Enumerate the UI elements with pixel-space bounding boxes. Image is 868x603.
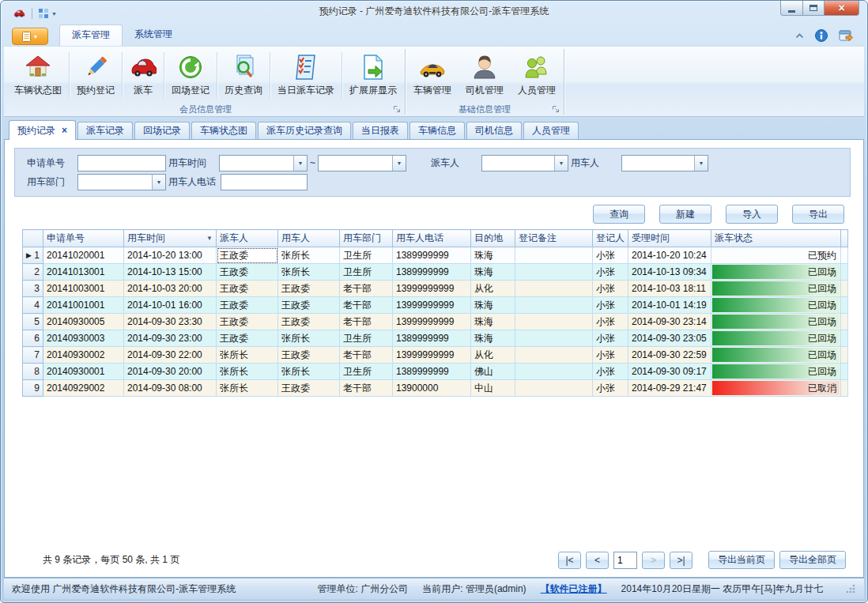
doc-tab-reservation-records[interactable]: 预约记录×: [9, 120, 76, 140]
cell[interactable]: 小张: [593, 297, 628, 314]
dropdown-arrow-icon[interactable]: ▼: [694, 156, 708, 171]
cell[interactable]: 珠海: [471, 297, 515, 314]
cell[interactable]: 张所长: [217, 347, 278, 364]
cell[interactable]: 老干部: [340, 281, 393, 297]
ribbon-button-history-query[interactable]: 历史查询: [217, 52, 270, 99]
cell[interactable]: 从化: [471, 347, 515, 364]
application-menu-button[interactable]: ▼: [12, 28, 48, 45]
cell[interactable]: 2014-09-30 23:30: [124, 314, 217, 330]
cell[interactable]: [515, 297, 593, 314]
cell[interactable]: 张所长: [278, 264, 340, 281]
cell[interactable]: [515, 380, 593, 397]
close-tab-icon[interactable]: ×: [62, 125, 67, 136]
doc-tab-vehicle-info[interactable]: 车辆信息: [409, 122, 465, 139]
column-header-用车部门[interactable]: 用车部门: [340, 230, 393, 247]
cell[interactable]: 张所长: [278, 364, 340, 380]
cell[interactable]: 老干部: [340, 347, 393, 364]
row-selector-cell[interactable]: 3: [23, 281, 43, 297]
doc-tab-personnel-management[interactable]: 人员管理: [523, 122, 579, 139]
cell[interactable]: 2014-09-30 23:05: [628, 330, 711, 347]
dropdown-arrow-icon[interactable]: ▼: [293, 156, 307, 171]
cell[interactable]: 20140930003: [43, 330, 124, 347]
dialog-launcher-icon[interactable]: [552, 105, 560, 114]
cell[interactable]: 卫生所: [340, 364, 393, 380]
cell[interactable]: [515, 347, 593, 364]
cell[interactable]: 小张: [593, 380, 628, 397]
cell[interactable]: 13900000: [393, 380, 471, 397]
row-selector-cell[interactable]: ▶1: [23, 247, 43, 264]
pager-prev-button[interactable]: <: [586, 552, 609, 569]
pager-next-button[interactable]: >: [642, 552, 665, 569]
doc-tab-dispatch-history-query[interactable]: 派车历史记录查询: [258, 122, 351, 139]
cell[interactable]: [515, 330, 593, 347]
cell[interactable]: 2014-10-01 14:19: [628, 297, 711, 314]
cell[interactable]: 王政委: [217, 330, 278, 347]
cell[interactable]: 2014-10-13 15:00: [124, 264, 217, 281]
ribbon-button-extended-screen[interactable]: 扩展屏显示: [342, 52, 404, 99]
doc-tab-dispatch-records[interactable]: 派车记录: [77, 122, 133, 139]
export-current-page-button[interactable]: 导出当前页: [708, 551, 775, 569]
column-header-用车人电话[interactable]: 用车人电话: [393, 230, 471, 247]
cell[interactable]: 2014-09-30 20:00: [124, 364, 217, 380]
cell[interactable]: [515, 364, 593, 380]
cell[interactable]: [515, 281, 593, 297]
cell[interactable]: 20141001001: [43, 297, 124, 314]
cell[interactable]: 老干部: [340, 314, 393, 330]
cell[interactable]: 小张: [593, 264, 628, 281]
cell[interactable]: 1389999999: [393, 364, 471, 380]
info-icon[interactable]: [815, 29, 828, 42]
table-row[interactable]: 7201409300022014-09-30 22:00张所长王政委老干部139…: [23, 347, 848, 364]
table-row[interactable]: 5201409300052014-09-30 23:30王政委王政委老干部139…: [23, 314, 848, 330]
cell[interactable]: 小张: [593, 330, 628, 347]
software-registered-link[interactable]: 【软件已注册】: [541, 582, 607, 596]
cell[interactable]: 卫生所: [340, 247, 393, 264]
table-row[interactable]: 3201410030012014-10-03 20:00王政委王政委老干部139…: [23, 281, 848, 297]
cell[interactable]: 王政委: [278, 347, 340, 364]
ribbon-button-reservation-register[interactable]: 预约登记: [70, 52, 122, 99]
row-selector-cell[interactable]: 6: [23, 330, 43, 347]
quick-access-toolbar[interactable]: ▼: [38, 8, 57, 19]
export-all-pages-button[interactable]: 导出全部页: [779, 551, 846, 569]
pager-first-button[interactable]: |<: [558, 552, 581, 569]
cell[interactable]: [515, 247, 593, 264]
minimize-button[interactable]: [780, 1, 803, 16]
cell[interactable]: 2014-09-30 08:00: [124, 380, 217, 397]
cell[interactable]: 老干部: [340, 380, 393, 397]
cell[interactable]: 王政委: [217, 247, 278, 264]
cell[interactable]: 2014-10-13 09:34: [628, 264, 711, 281]
ribbon-tab-dispatch-management[interactable]: 派车管理: [59, 24, 123, 46]
dropdown-arrow-icon[interactable]: ▼: [554, 156, 568, 171]
cell[interactable]: 小张: [593, 281, 628, 297]
cell[interactable]: 张所长: [278, 247, 340, 264]
row-selector-cell[interactable]: 4: [23, 297, 43, 314]
cell[interactable]: 20141013001: [43, 264, 124, 281]
ribbon-button-personnel-management[interactable]: 人员管理: [511, 52, 563, 99]
car-user-combo[interactable]: ▼: [621, 155, 708, 171]
pager-page-input[interactable]: [613, 552, 637, 569]
cell[interactable]: 2014-10-20 13:00: [124, 247, 217, 264]
cell[interactable]: 1389999999: [393, 264, 471, 281]
cell[interactable]: 王政委: [217, 264, 278, 281]
close-button[interactable]: ×: [825, 1, 859, 16]
cell[interactable]: 小张: [593, 314, 628, 330]
table-row[interactable]: ▶1201410200012014-10-20 13:00王政委张所长卫生所13…: [23, 247, 848, 264]
cell[interactable]: 2014-09-30 22:59: [628, 347, 711, 364]
table-row[interactable]: 9201409290022014-09-30 08:00张所长王政委老干部139…: [23, 380, 848, 397]
cell[interactable]: 2014-09-30 23:00: [124, 330, 217, 347]
cell[interactable]: 20141020001: [43, 247, 124, 264]
new-button[interactable]: 新建: [659, 205, 711, 224]
column-header-派车人[interactable]: 派车人: [217, 230, 278, 247]
ribbon-button-daily-dispatch-records[interactable]: 当日派车记录: [270, 52, 342, 99]
ribbon-button-return-register[interactable]: 回场登记: [164, 52, 217, 99]
cell[interactable]: 1389999999: [393, 247, 471, 264]
table-row[interactable]: 6201409300032014-09-30 23:00王政委张所长卫生所138…: [23, 330, 848, 347]
cell[interactable]: 2014-10-01 16:00: [124, 297, 217, 314]
user-phone-input[interactable]: [221, 174, 308, 190]
table-row[interactable]: 4201410010012014-10-01 16:00王政委王政委老干部139…: [23, 297, 848, 314]
cell[interactable]: 2014-09-30 09:17: [628, 364, 711, 380]
about-window-icon[interactable]: [839, 29, 853, 42]
cell[interactable]: 20140929002: [43, 380, 124, 397]
cell[interactable]: [515, 264, 593, 281]
cell[interactable]: 2014-10-03 20:00: [124, 281, 217, 297]
cell[interactable]: 王政委: [278, 380, 340, 397]
